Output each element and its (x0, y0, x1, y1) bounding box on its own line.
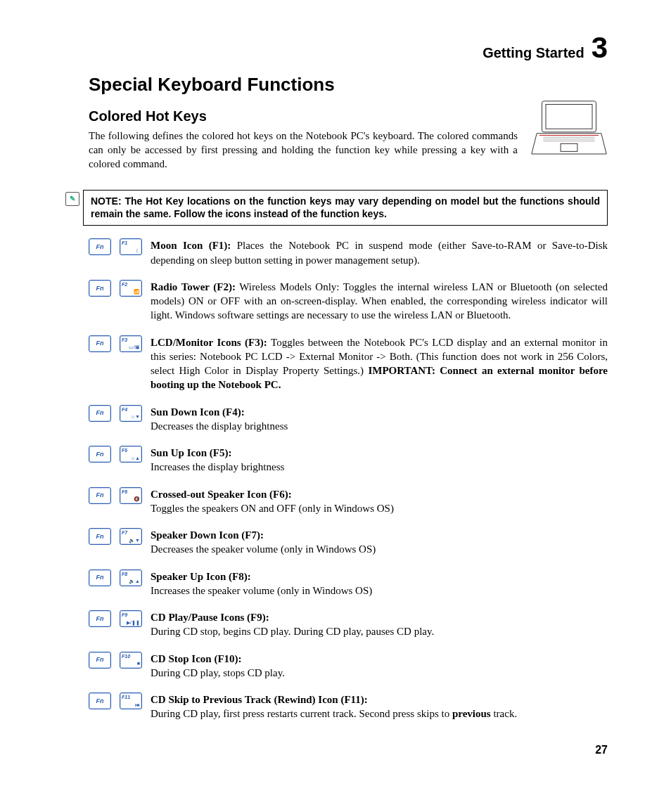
hotkey-description: Sun Down Icon (F4):Decreases the display… (151, 405, 608, 434)
hotkey-row: FnF2📶Radio Tower (F2): Wireless Models O… (89, 280, 608, 323)
hotkey-description: Crossed-out Speaker Icon (F6):Toggles th… (151, 487, 608, 516)
key-combo: FnF9▶/❚❚ (89, 610, 151, 627)
chapter-title: Getting Started (483, 44, 584, 63)
hotkey-description: LCD/Monitor Icons (F3): Toggles between … (151, 335, 608, 392)
hotkey-bold-tail: previous (452, 708, 491, 719)
svg-rect-3 (561, 143, 577, 151)
hotkey-bold-tail: IMPORTANT: Connect an external monitor b… (151, 365, 608, 390)
section-title: Colored Hot Keys (89, 107, 518, 126)
hotkey-label: LCD/Monitor Icons (F3): (151, 337, 267, 348)
key-combo: FnF10■ (89, 652, 151, 669)
hotkey-description: CD Play/Pause Icons (F9):During CD stop,… (151, 610, 608, 639)
fn-key-icon: Fn (89, 610, 111, 627)
hotkey-description: Radio Tower (F2): Wireless Models Only: … (151, 280, 608, 323)
hotkey-row: FnF5☼▲Sun Up Icon (F5):Increases the dis… (89, 446, 608, 475)
note-text: NOTE: The Hot Key locations on the funct… (91, 195, 600, 220)
hotkey-row: FnF4☼▼Sun Down Icon (F4):Decreases the d… (89, 405, 608, 434)
hotkey-label: Sun Up Icon (F5): (151, 447, 231, 458)
hotkey-row: FnF10■CD Stop Icon (F10):During CD play,… (89, 652, 608, 681)
function-key-label: F3 (122, 337, 127, 343)
fn-key-icon: Fn (89, 487, 111, 504)
key-combo: FnF7🔉▼ (89, 528, 151, 545)
function-key-label: F4 (122, 406, 127, 413)
fn-key-icon: Fn (89, 335, 111, 352)
hotkey-label: Radio Tower (F2): (151, 281, 236, 292)
chapter-number: 3 (592, 28, 608, 68)
function-key-icon: F8🔉▲ (120, 569, 142, 586)
hotkey-label: CD Play/Pause Icons (F9): (151, 612, 269, 623)
fn-key-icon: Fn (89, 405, 111, 422)
function-key-glyph: 📶 (134, 288, 140, 295)
laptop-icon (530, 71, 608, 184)
chapter-header: Getting Started 3 (63, 28, 608, 68)
hotkey-row: FnF9▶/❚❚CD Play/Pause Icons (F9):During … (89, 610, 608, 639)
function-key-glyph: ▶/❚❚ (127, 619, 140, 626)
page-title: Special Keyboard Functions (89, 72, 518, 97)
hotkey-description: CD Skip to Previous Track (Rewind) Icon … (151, 692, 608, 721)
function-key-icon: F6🔇 (120, 487, 142, 504)
hotkey-label: Speaker Down Icon (F7): (151, 529, 264, 541)
function-key-glyph: ☾ (136, 247, 140, 254)
hotkey-label: Crossed-out Speaker Icon (F6): (151, 489, 292, 500)
key-combo: FnF3▭/▣ (89, 335, 151, 352)
key-combo: FnF5☼▲ (89, 446, 151, 463)
function-key-icon: F11⏮ (120, 692, 142, 709)
intro-paragraph: The following defines the colored hot ke… (89, 129, 518, 172)
function-key-icon: F9▶/❚❚ (120, 610, 142, 627)
fn-key-icon: Fn (89, 238, 111, 255)
hotkey-row: FnF6🔇Crossed-out Speaker Icon (F6):Toggl… (89, 487, 608, 516)
svg-rect-1 (546, 104, 592, 129)
function-key-label: F1 (122, 240, 127, 246)
key-combo: FnF4☼▼ (89, 405, 151, 422)
fn-key-icon: Fn (89, 569, 111, 586)
function-key-icon: F10■ (120, 652, 142, 669)
key-combo: FnF1☾ (89, 238, 151, 255)
function-key-glyph: ☼▼ (131, 413, 140, 420)
function-key-label: F7 (122, 529, 127, 536)
function-key-icon: F3▭/▣ (120, 335, 142, 352)
note-box: ✎ NOTE: The Hot Key locations on the fun… (83, 190, 608, 226)
function-key-label: F5 (122, 447, 127, 453)
function-key-icon: F5☼▲ (120, 446, 142, 463)
hotkey-description: CD Stop Icon (F10):During CD play, stops… (151, 652, 608, 681)
function-key-glyph: ▭/▣ (129, 344, 140, 350)
key-combo: FnF2📶 (89, 280, 151, 297)
function-key-glyph: ☼▲ (131, 455, 140, 461)
fn-key-icon: Fn (89, 652, 111, 669)
function-key-label: F2 (122, 281, 127, 288)
key-combo: FnF8🔉▲ (89, 569, 151, 586)
fn-key-icon: Fn (89, 446, 111, 463)
function-key-glyph: 🔉▲ (129, 578, 140, 584)
function-key-label: F8 (122, 571, 127, 577)
key-combo: FnF6🔇 (89, 487, 151, 504)
function-key-icon: F7🔉▼ (120, 528, 142, 545)
hotkey-row: FnF11⏮CD Skip to Previous Track (Rewind)… (89, 692, 608, 721)
svg-rect-0 (542, 101, 596, 132)
function-key-icon: F4☼▼ (120, 405, 142, 422)
function-key-glyph: 🔉▼ (129, 537, 140, 543)
fn-key-icon: Fn (89, 692, 111, 709)
hotkey-row: FnF7🔉▼Speaker Down Icon (F7):Decreases t… (89, 528, 608, 557)
hotkey-label: Moon Icon (F1): (151, 240, 231, 251)
hotkey-description: Speaker Down Icon (F7):Decreases the spe… (151, 528, 608, 557)
hotkey-description: Speaker Up Icon (F8):Increases the speak… (151, 569, 608, 598)
function-key-glyph: ■ (137, 660, 140, 666)
hotkey-label: CD Stop Icon (F10): (151, 653, 242, 664)
hotkey-label: Sun Down Icon (F4): (151, 406, 245, 418)
hotkey-row: FnF1☾Moon Icon (F1): Places the Notebook… (89, 238, 608, 267)
hotkey-description: Moon Icon (F1): Places the Notebook PC i… (151, 238, 608, 267)
function-key-label: F9 (122, 612, 127, 618)
function-key-icon: F2📶 (120, 280, 142, 297)
hotkey-label: Speaker Up Icon (F8): (151, 571, 251, 582)
fn-key-icon: Fn (89, 280, 111, 297)
function-key-label: F6 (122, 489, 127, 495)
hotkey-row: FnF8🔉▲Speaker Up Icon (F8):Increases the… (89, 569, 608, 598)
hotkey-description: Sun Up Icon (F5):Increases the display b… (151, 446, 608, 475)
function-key-label: F11 (122, 694, 130, 700)
hotkey-row: FnF3▭/▣LCD/Monitor Icons (F3): Toggles b… (89, 335, 608, 392)
function-key-glyph: ⏮ (135, 702, 140, 708)
key-combo: FnF11⏮ (89, 692, 151, 709)
note-icon: ✎ (65, 192, 79, 206)
page-number: 27 (63, 742, 608, 758)
function-key-icon: F1☾ (120, 238, 142, 255)
